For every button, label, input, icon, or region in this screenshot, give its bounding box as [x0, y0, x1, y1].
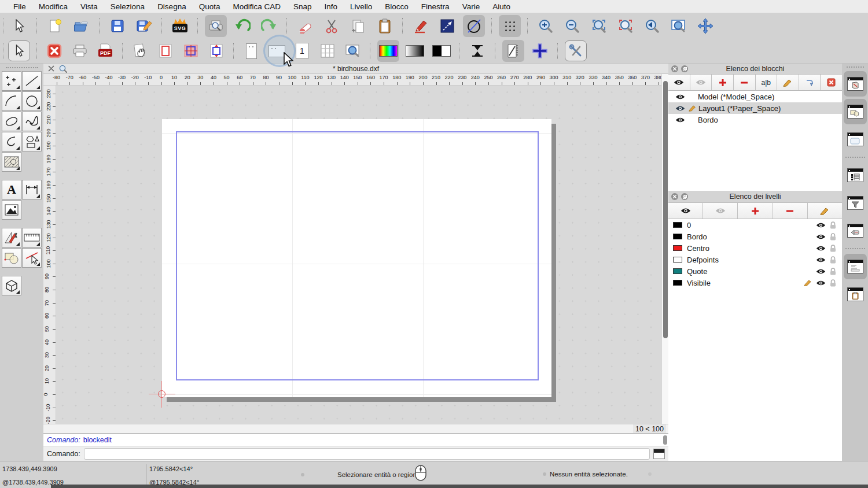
menu-disegna[interactable]: Disegna [151, 2, 193, 11]
black-white-button[interactable] [431, 40, 453, 62]
multi-page-button[interactable] [317, 41, 338, 61]
circle-attributes-button[interactable] [463, 15, 485, 37]
eye-icon[interactable] [675, 105, 685, 112]
lock-icon[interactable] [830, 221, 836, 229]
new-document-button[interactable] [44, 15, 66, 37]
zoom-selection-button[interactable] [615, 15, 637, 37]
dock-viewport-button[interactable] [844, 127, 867, 152]
text-tool-button[interactable]: A [2, 180, 21, 199]
panel-close-icon[interactable] [671, 65, 678, 72]
shapes-tool-button[interactable] [22, 132, 42, 151]
measure-tool-button[interactable] [22, 228, 42, 247]
toolbar-drag-handle[interactable] [3, 18, 4, 34]
paper-space-button[interactable] [181, 41, 201, 61]
paper-space-frame[interactable] [176, 131, 539, 380]
arc-tool-button[interactable] [2, 91, 21, 111]
panel-close-icon[interactable] [671, 193, 678, 200]
select-entity-tool-button[interactable] [22, 248, 42, 268]
layer-show-button[interactable] [668, 203, 703, 219]
dock-clipboard-button[interactable] [844, 282, 867, 307]
select-mode-button[interactable] [8, 40, 30, 61]
circle-tool-button[interactable] [22, 91, 42, 111]
block-row[interactable]: Bordo [668, 114, 842, 125]
settings-button[interactable] [565, 40, 587, 61]
copy-button[interactable] [347, 15, 369, 37]
points-tool-button[interactable] [2, 71, 21, 91]
pan-button[interactable] [694, 15, 716, 37]
layer-row[interactable]: Centro [668, 242, 842, 254]
tab-zoom-icon[interactable] [59, 65, 67, 73]
menu-blocco[interactable]: Blocco [378, 2, 415, 11]
layer-edit-button[interactable] [808, 203, 842, 219]
block-add-button[interactable] [712, 75, 734, 90]
menu-seleziona[interactable]: Seleziona [104, 2, 151, 11]
menu-livello[interactable]: Livello [344, 2, 378, 11]
dock-block-edit-button[interactable] [844, 71, 867, 97]
line-tool-button[interactable] [22, 71, 42, 91]
block-insert-button[interactable] [799, 75, 821, 90]
grayscale-button[interactable] [404, 40, 426, 62]
menu-quota[interactable]: Quota [193, 2, 227, 11]
zoom-previous-button[interactable] [641, 15, 663, 37]
eye-icon[interactable] [816, 222, 826, 228]
fit-viewport-button[interactable] [206, 41, 227, 61]
pan-hand-button[interactable] [130, 41, 150, 61]
menu-file[interactable]: File [7, 2, 32, 11]
menu-snap[interactable]: Snap [287, 2, 318, 11]
block-row[interactable]: Model (*Model_Space) [668, 91, 842, 102]
panel-detach-icon[interactable] [681, 193, 688, 200]
select-tool-button[interactable] [8, 15, 30, 37]
layer-row[interactable]: 0 [668, 219, 842, 231]
block-row-selected[interactable]: Layout1 (*Paper_Space) [668, 102, 842, 114]
zoom-page-button[interactable] [343, 41, 363, 61]
save-as-button[interactable] [133, 15, 155, 37]
palette-drag-handle[interactable] [6, 67, 38, 68]
draft-mode-button[interactable] [502, 40, 524, 62]
modify-tool-button[interactable] [2, 228, 21, 247]
eye-icon[interactable] [675, 94, 685, 100]
panel-detach-icon[interactable] [681, 65, 688, 72]
lock-icon[interactable] [830, 268, 836, 275]
layer-remove-button[interactable] [773, 203, 808, 219]
dock-drag-handle[interactable] [847, 66, 864, 68]
command-options-icon[interactable] [653, 449, 665, 459]
cut-button[interactable] [321, 15, 343, 37]
solid-3d-tool-button[interactable] [2, 276, 21, 295]
toolbar-drag-handle[interactable] [3, 43, 4, 59]
print-button[interactable] [69, 41, 90, 61]
lock-icon[interactable] [830, 256, 836, 264]
lock-icon[interactable] [830, 245, 836, 252]
dock-library-button[interactable] [844, 99, 867, 124]
history-scrollbar-thumb[interactable] [663, 435, 667, 445]
undo-button[interactable] [231, 15, 253, 37]
dock-layer-list-button[interactable] [844, 162, 867, 188]
polyline-tool-button[interactable] [2, 132, 21, 151]
menu-finestra[interactable]: Finestra [415, 2, 456, 11]
menu-vista[interactable]: Vista [74, 2, 104, 11]
line-attributes-button[interactable] [436, 15, 458, 37]
full-color-button[interactable] [377, 40, 399, 62]
portrait-page-button[interactable] [241, 41, 262, 61]
crosshair-button[interactable] [529, 40, 551, 62]
spline-tool-button[interactable] [22, 112, 42, 131]
zoom-out-button[interactable] [561, 15, 583, 37]
print-preview-button[interactable] [205, 15, 227, 37]
block-show-button[interactable] [668, 75, 690, 90]
zoom-in-button[interactable] [535, 15, 557, 37]
drawing-viewport[interactable] [56, 86, 661, 424]
eye-icon[interactable] [675, 117, 685, 123]
dock-command-window-button[interactable] [844, 254, 867, 279]
block-hide-button[interactable] [690, 75, 712, 90]
menu-modifica-cad[interactable]: Modifica CAD [226, 2, 287, 11]
eye-icon[interactable] [816, 280, 826, 286]
open-document-button[interactable] [71, 15, 93, 37]
layer-row[interactable]: Quote [668, 265, 842, 277]
menu-varie[interactable]: Varie [456, 2, 487, 11]
lock-icon[interactable] [830, 279, 836, 287]
block-tool-button[interactable] [2, 248, 21, 268]
menu-aiuto[interactable]: Aiuto [486, 2, 517, 11]
command-input[interactable] [84, 448, 650, 460]
pen-attributes-button[interactable] [410, 15, 432, 37]
block-edit-button[interactable] [777, 75, 799, 90]
layer-row[interactable]: Bordo [668, 231, 842, 242]
